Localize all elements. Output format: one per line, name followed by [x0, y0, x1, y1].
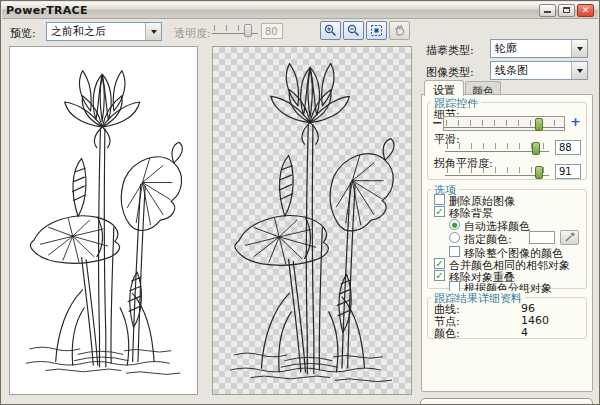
- title-bar: PowerTRACE ✕: [2, 2, 598, 19]
- corner-smoothness-slider[interactable]: [445, 166, 549, 179]
- detail-minus-icon[interactable]: −: [432, 115, 443, 130]
- pan-hand-icon: [393, 24, 406, 37]
- eyedropper-icon: [564, 232, 575, 243]
- slider-ticks: [446, 120, 562, 126]
- zoom-to-fit-button[interactable]: [366, 21, 387, 40]
- zoom-in-icon: [324, 24, 337, 37]
- detail-slider-thumb[interactable]: [535, 118, 543, 131]
- chevron-down-icon[interactable]: [145, 23, 161, 40]
- lotus-original-image: [19, 56, 189, 386]
- preview-label: 预览:: [10, 26, 36, 41]
- corner-smoothness-value[interactable]: 91: [555, 164, 581, 179]
- slider-track: [444, 127, 564, 128]
- merge-adjacent-checkbox[interactable]: ✓: [434, 258, 445, 269]
- smoothing-slider-thumb[interactable]: [532, 142, 540, 155]
- remove-background-checkbox[interactable]: ✓: [434, 206, 445, 217]
- remove-entire-color-checkbox[interactable]: [449, 246, 460, 257]
- transparency-slider-thumb[interactable]: [244, 24, 252, 37]
- minimize-icon: [544, 11, 551, 13]
- transparency-value[interactable]: 80: [261, 23, 283, 39]
- image-type-value: 线条图: [491, 63, 571, 78]
- preview-dropdown-value: 之前和之后: [47, 24, 145, 39]
- close-button[interactable]: ✕: [577, 4, 594, 17]
- slider-ticks: [447, 167, 547, 173]
- remove-overlap-checkbox[interactable]: ✓: [434, 270, 445, 281]
- corner-smoothness-slider-thumb[interactable]: [535, 166, 543, 179]
- delete-original-checkbox[interactable]: [434, 194, 445, 205]
- specify-color-swatch[interactable]: [529, 231, 555, 244]
- zoom-out-icon: [347, 24, 360, 37]
- preview-dropdown[interactable]: 之前和之后: [46, 22, 162, 41]
- smoothing-slider[interactable]: [445, 142, 549, 155]
- specify-color-radio[interactable]: [449, 232, 460, 243]
- specify-color-label[interactable]: 指定颜色:: [464, 232, 512, 247]
- bottom-partial-button[interactable]: [420, 398, 593, 405]
- tab-colors[interactable]: 颜色: [465, 81, 501, 95]
- smoothing-value[interactable]: 88: [555, 140, 581, 155]
- zoom-to-fit-icon: [370, 24, 383, 37]
- colors-label: 颜色:: [434, 326, 460, 341]
- minimize-button[interactable]: [539, 4, 556, 17]
- maximize-button[interactable]: [558, 4, 575, 17]
- chevron-down-icon[interactable]: [571, 40, 587, 57]
- preview-after-panel[interactable]: [212, 46, 412, 395]
- trace-type-label: 描摹类型:: [426, 43, 474, 58]
- pan-button[interactable]: [389, 21, 410, 40]
- window-title: PowerTRACE: [6, 4, 88, 17]
- auto-color-radio[interactable]: ●: [449, 219, 460, 230]
- colors-value: 4: [521, 326, 528, 339]
- close-icon: ✕: [582, 6, 590, 15]
- detail-plus-icon[interactable]: +: [570, 114, 581, 129]
- eyedropper-button[interactable]: [560, 230, 579, 245]
- image-type-label: 图像类型:: [426, 65, 474, 80]
- transparency-label: 透明度:: [174, 26, 211, 41]
- zoom-out-button[interactable]: [343, 21, 364, 40]
- tab-settings[interactable]: 设置: [424, 80, 464, 96]
- trace-type-dropdown[interactable]: 轮廓: [490, 39, 588, 58]
- trace-type-value: 轮廓: [491, 41, 571, 56]
- lotus-traced-image: [223, 52, 401, 390]
- powertrace-dialog: PowerTRACE ✕ 预览: 之前和之后 透明度: 80: [0, 0, 600, 405]
- maximize-icon: [563, 7, 570, 13]
- preview-before-panel[interactable]: [9, 46, 198, 395]
- zoom-in-button[interactable]: [320, 21, 341, 40]
- transparency-slider[interactable]: [212, 24, 258, 37]
- chevron-down-icon[interactable]: [571, 62, 587, 79]
- image-type-dropdown[interactable]: 线条图: [490, 61, 588, 80]
- detail-slider[interactable]: [443, 116, 565, 131]
- slider-track: [445, 175, 549, 176]
